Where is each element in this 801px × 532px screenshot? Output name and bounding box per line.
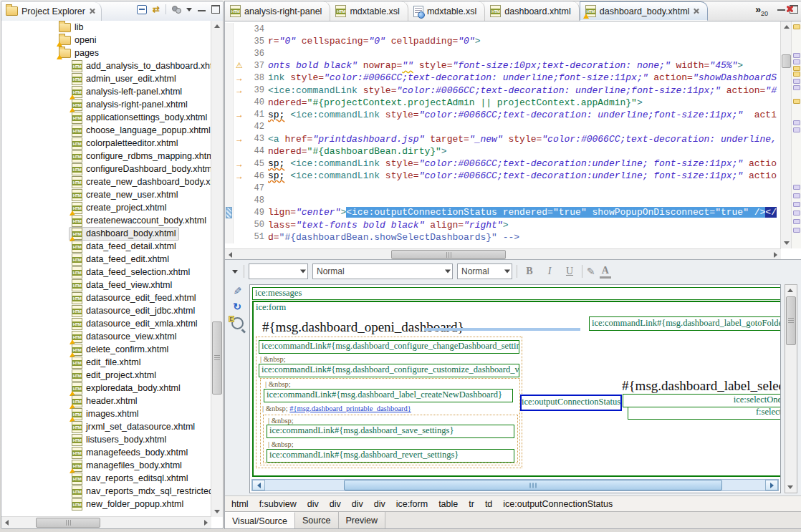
tree-file[interactable]: analysis-right-panel.xhtml — [1, 98, 211, 111]
breadcrumb-item[interactable]: table — [438, 499, 458, 509]
change-settings-link-element[interactable]: ice:commandLink#{msg.dashboard_configure… — [259, 340, 519, 354]
tree-file[interactable]: datasource_view.xhtml — [1, 330, 211, 343]
tree-file[interactable]: configure_rdbms_mapping.xhtml — [1, 150, 211, 163]
close-tab-icon[interactable] — [693, 8, 699, 14]
tree-folder[interactable]: pages — [1, 47, 211, 59]
ice-messages-element[interactable]: ice:messages — [252, 287, 781, 300]
tree-horizontal-scrollbar[interactable] — [1, 516, 211, 528]
occurrence-arrow-icon[interactable]: → — [234, 160, 245, 168]
tree-file[interactable]: edit_project.xhtml — [1, 369, 211, 382]
tree-file[interactable]: add_analysis_to_dashboard.xhtml — [1, 59, 211, 72]
filters-icon[interactable] — [172, 6, 181, 13]
code-line[interactable]: ⚠37onts bold black" nowrap="" style="fon… — [225, 59, 781, 72]
maximize-view-button[interactable] — [211, 5, 220, 14]
code-line[interactable]: 36 — [225, 47, 781, 59]
info-annotation-marker[interactable] — [793, 193, 800, 198]
collapse-all-icon[interactable] — [137, 5, 147, 14]
source-editor[interactable]: 3435r="0" cellspacing="0" cellpadding="0… — [225, 21, 801, 248]
tree-file[interactable]: create_new_user.xhtml — [1, 188, 211, 201]
tree-file[interactable]: header.xhtml — [1, 395, 211, 407]
breadcrumb-item[interactable]: tr — [469, 499, 474, 509]
breadcrumb-item[interactable]: f:subview — [259, 499, 297, 509]
tree-file[interactable]: managefiles_body.xhtml — [1, 459, 211, 472]
minimize-view-button[interactable] — [198, 10, 206, 14]
tree-file[interactable]: data_feed_detail.xhtml — [1, 240, 211, 253]
code-line[interactable]: 50lass="text-fonts bold black" align="ri… — [225, 219, 781, 231]
tree-file[interactable]: create_project.xhtml — [1, 201, 211, 214]
code-line[interactable]: 47 — [225, 182, 781, 194]
occurrence-arrow-icon[interactable]: → — [234, 172, 245, 180]
highlight-pen-icon[interactable]: ✎ — [587, 266, 595, 276]
tree-file[interactable]: admin_user_edit.xhtml — [1, 72, 211, 85]
info-annotation-marker[interactable] — [793, 127, 800, 132]
paragraph-format-combo[interactable]: Normal — [312, 263, 453, 279]
warning-annotation-marker[interactable] — [793, 99, 800, 104]
style-tool-icon[interactable]: ✎ — [232, 286, 242, 295]
refresh-icon[interactable]: ↻ — [233, 301, 241, 311]
tree-file[interactable]: datasource_edit_xmla.xhtml — [1, 317, 211, 330]
connection-status-element-selected[interactable]: ice:outputConnectionStatus — [520, 395, 622, 411]
tree-file[interactable]: datasource_edit_feed.xhtml — [1, 291, 211, 304]
tree-file[interactable]: data_feed_edit.xhtml — [1, 253, 211, 266]
tree-file[interactable]: data_feed_view.xhtml — [1, 279, 211, 291]
editor-tab[interactable]: dashboard.xhtml — [485, 1, 579, 21]
info-annotation-marker[interactable] — [793, 59, 800, 64]
tree-file[interactable]: images.xhtml — [1, 407, 211, 420]
editor-tab[interactable]: analysis-right-panel — [225, 1, 330, 21]
tree-file[interactable]: create_new_dashboard_body.xhtml — [1, 175, 211, 188]
code-line[interactable]: 42 — [225, 121, 781, 133]
occurrence-arrow-icon[interactable]: → — [234, 74, 245, 82]
bold-button[interactable]: B — [522, 266, 537, 277]
overview-ruler[interactable] — [791, 21, 801, 248]
code-line[interactable]: →39<ice:commandLink style="color:#0066CC… — [225, 84, 781, 96]
breadcrumb-item[interactable]: div — [352, 499, 363, 509]
tree-file[interactable]: dashboard_body.xhtml — [1, 227, 211, 240]
info-annotation-marker[interactable] — [793, 185, 800, 190]
occurrence-arrow-icon[interactable]: → — [234, 110, 245, 119]
breadcrumb-item[interactable]: div — [330, 499, 341, 509]
italic-button[interactable]: I — [542, 266, 557, 277]
code-line[interactable]: →41sp; <ice:commandLink style="color:#00… — [225, 109, 781, 121]
code-line[interactable]: 48 — [225, 194, 781, 206]
code-line[interactable]: 49lign="center"><ice:outputConnectionSta… — [225, 206, 781, 218]
revert-settings-link-element[interactable]: ice:commandLink#{msg.dashboard_revert_se… — [267, 449, 514, 463]
tree-file[interactable]: new_folder_popup.xhtml — [1, 498, 211, 511]
breadcrumb-item[interactable]: ice:outputConnectionStatus — [503, 499, 613, 509]
tree-vertical-scrollbar[interactable] — [211, 21, 223, 517]
editor-horizontal-scrollbar[interactable] — [225, 248, 781, 260]
info-annotation-marker[interactable] — [793, 53, 800, 58]
tree-file[interactable]: listusers_body.xhtml — [1, 433, 211, 446]
breadcrumb-item[interactable]: div — [374, 499, 385, 509]
font-combo[interactable]: Normal — [457, 263, 512, 279]
project-explorer-tab[interactable]: Project Explorer — [1, 2, 102, 21]
breadcrumb-item[interactable]: ice:form — [396, 499, 428, 509]
tree-folder[interactable]: openi — [1, 34, 211, 47]
tab-overflow-chevron[interactable]: »20 — [755, 4, 768, 17]
goto-folder-link-element[interactable]: ice:commandLink#{msg.dashboard_label_got… — [589, 316, 781, 331]
code-line[interactable]: 51d="#{dashboardBean.showSelectDashboard… — [225, 231, 781, 243]
code-line[interactable]: →45sp; <ice:commandLink style="color:#00… — [225, 158, 781, 170]
canvas-horizontal-scrollbar[interactable] — [251, 479, 779, 491]
tree-file[interactable]: nav_reports_mdx_sql_restricted.xhtml — [1, 485, 211, 498]
font-color-icon[interactable]: A — [600, 265, 611, 279]
close-view-icon[interactable] — [89, 8, 95, 14]
printable-dashboard-link[interactable]: #{msg.dashboard_printable_dashboard} — [289, 405, 411, 412]
mode-tab-preview[interactable]: Preview — [339, 512, 385, 529]
tree-file[interactable]: choose_language_popup.xhtml — [1, 124, 211, 137]
tree-file[interactable]: jrxml_set_datasource.xhtml — [1, 420, 211, 433]
underline-button[interactable]: U — [562, 266, 577, 277]
warning-annotation-marker[interactable] — [793, 66, 800, 71]
code-line[interactable]: →46sp; <ice:commandLink style="color:#00… — [225, 170, 781, 182]
occurrence-arrow-icon[interactable]: → — [234, 86, 245, 95]
mode-tab-source[interactable]: Source — [295, 512, 339, 529]
code-line[interactable]: 44ndered="#{dashboardBean.dirty}"> — [225, 145, 781, 158]
breadcrumb-item[interactable]: html — [231, 499, 249, 509]
code-line[interactable]: →38ink style="color:#0066CC;text-decorat… — [225, 72, 781, 84]
toolbar-menu-icon[interactable] — [232, 270, 238, 274]
editor-tab[interactable]: dashboard_body.xhtml — [580, 1, 709, 21]
info-annotation-marker[interactable] — [793, 228, 800, 233]
code-line[interactable]: 34 — [225, 23, 781, 35]
minimize-editor-button[interactable] — [777, 9, 785, 13]
ice-form-element[interactable]: ice:form #{msg.dashboard_openi_dashboard… — [252, 301, 781, 477]
el-expression-lookup-icon[interactable] — [231, 317, 244, 329]
